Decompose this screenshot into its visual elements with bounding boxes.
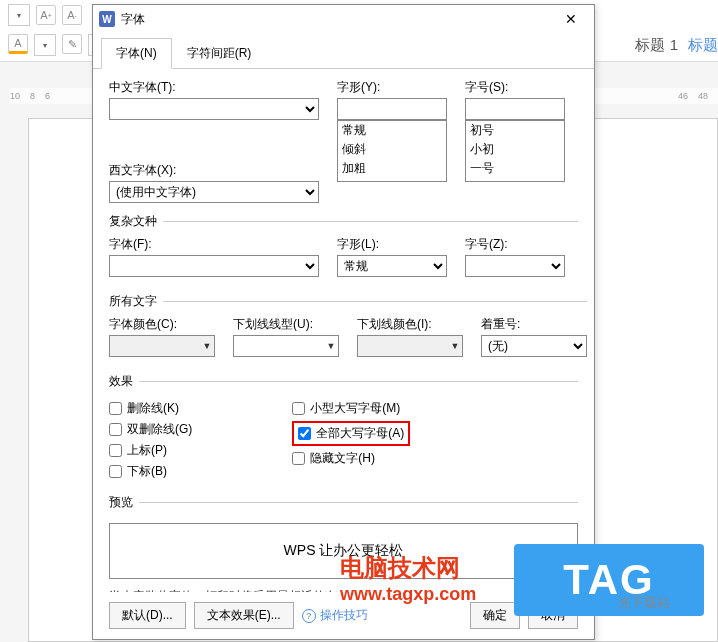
legend-alltext: 所有文字 [109,293,163,310]
complex-style-select[interactable]: 常规 [337,255,447,277]
complex-fieldset: 复杂文种 字体(F): 字形(L): 常规 字号(Z): [109,213,578,283]
complex-size-select[interactable] [465,255,565,277]
font-decrease-icon[interactable]: A- [62,5,82,25]
cancel-button[interactable]: 取消 [528,602,578,629]
close-button[interactable]: ✕ [554,7,588,31]
text-effects-button[interactable]: 文本效果(E)... [194,602,294,629]
size-input[interactable] [465,98,565,120]
label-complex-size: 字号(Z): [465,236,565,253]
tabstrip: 字体(N) 字符间距(R) [93,37,594,69]
check-super[interactable]: 上标(P) [109,442,192,459]
highlight-icon[interactable]: ✎ [62,34,82,54]
tab-font[interactable]: 字体(N) [101,38,172,69]
default-button[interactable]: 默认(D)... [109,602,186,629]
west-font-select[interactable]: (使用中文字体) [109,181,319,203]
check-all-caps[interactable]: 全部大写字母(A) [298,425,404,442]
complex-font-select[interactable] [109,255,319,277]
legend-preview: 预览 [109,494,139,511]
preview-text: WPS 让办公更轻松 [284,542,404,560]
check-hidden[interactable]: 隐藏文字(H) [292,450,410,467]
effects-fieldset: 效果 删除线(K) 双删除线(G) 上标(P) 下标(B) 小型大写字母(M) … [109,373,578,484]
label-emphasis: 着重号: [481,316,587,333]
legend-complex: 复杂文种 [109,213,163,230]
label-underline-style: 下划线线型(U): [233,316,339,333]
style-input[interactable] [337,98,447,120]
info-icon: ? [302,609,316,623]
check-dstrike[interactable]: 双删除线(G) [109,421,192,438]
label-complex-font: 字体(F): [109,236,319,253]
style-heading-2[interactable]: 标题 [688,36,718,55]
font-dialog: W 字体 ✕ 字体(N) 字符间距(R) 中文字体(T): 西文字体(X): (… [92,4,595,640]
preview-box: WPS 让办公更轻松 [109,523,578,579]
alltext-fieldset: 所有文字 字体颜色(C): ▼ 下划线线型(U): ▼ 下划线颜色(I): ▼ … [109,293,587,363]
cn-font-select[interactable] [109,98,319,120]
buttonbar: 默认(D)... 文本效果(E)... ?操作技巧 确定 取消 [93,592,594,639]
app-icon: W [99,11,115,27]
highlight-all-caps: 全部大写字母(A) [292,421,410,446]
label-font-color: 字体颜色(C): [109,316,215,333]
font-color-select[interactable]: ▼ [109,335,215,357]
emphasis-select[interactable]: (无) [481,335,587,357]
titlebar: W 字体 ✕ [93,5,594,33]
ok-button[interactable]: 确定 [470,602,520,629]
check-strike[interactable]: 删除线(K) [109,400,192,417]
style-listbox[interactable]: 常规 倾斜 加粗 [337,120,447,182]
preview-note: 尚未安装此字体，打印时将采用最相近的有 [109,589,578,592]
label-complex-style: 字形(L): [337,236,447,253]
tips-link[interactable]: ?操作技巧 [302,607,368,624]
label-size: 字号(S): [465,79,565,96]
label-underline-color: 下划线颜色(I): [357,316,463,333]
font-increase-icon[interactable]: A+ [36,5,56,25]
label-style: 字形(Y): [337,79,447,96]
toolbar-dropdown-icon[interactable]: ▾ [8,4,30,26]
label-west-font: 西文字体(X): [109,162,319,179]
tab-spacing[interactable]: 字符间距(R) [172,38,267,69]
dialog-title: 字体 [121,11,554,28]
legend-effects: 效果 [109,373,139,390]
check-small-caps[interactable]: 小型大写字母(M) [292,400,410,417]
style-heading-1[interactable]: 标题 1 [635,36,678,55]
preview-fieldset: 预览 WPS 让办公更轻松 尚未安装此字体，打印时将采用最相近的有 [109,494,578,592]
underline-style-select[interactable]: ▼ [233,335,339,357]
underline-color-select[interactable]: ▼ [357,335,463,357]
label-cn-font: 中文字体(T): [109,79,319,96]
size-listbox[interactable]: 初号 小初 一号 [465,120,565,182]
toolbar-dropdown-2-icon[interactable]: ▾ [34,34,56,56]
font-color-icon[interactable]: A [8,34,28,54]
check-sub[interactable]: 下标(B) [109,463,192,480]
